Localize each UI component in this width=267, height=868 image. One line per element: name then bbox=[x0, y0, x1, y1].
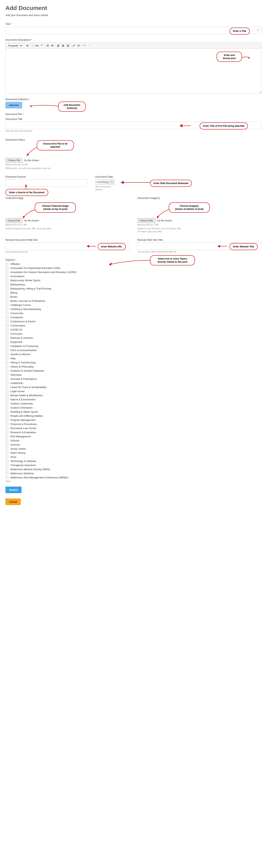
topic-label: Outdoor Orientation bbox=[10, 406, 33, 409]
align-center-icon[interactable] bbox=[61, 43, 65, 48]
topic-checkbox[interactable] bbox=[5, 341, 8, 343]
remote-title-label: Remote Web Site Title bbox=[137, 239, 262, 241]
topic-checkbox[interactable] bbox=[5, 468, 8, 471]
topic-checkbox[interactable] bbox=[5, 308, 8, 311]
topic-checkbox[interactable] bbox=[5, 402, 8, 405]
choose-images-button[interactable]: Choose Files bbox=[137, 218, 156, 223]
align-left-icon[interactable] bbox=[56, 43, 61, 48]
topic-label: Climbing & Mountaineering bbox=[10, 308, 41, 311]
topic-checkbox[interactable] bbox=[5, 398, 8, 401]
link-icon[interactable] bbox=[72, 43, 76, 48]
svg-rect-9 bbox=[52, 45, 53, 45]
topic-checkbox[interactable] bbox=[5, 262, 8, 266]
topic-checkbox[interactable] bbox=[5, 361, 8, 364]
tag-icon bbox=[257, 29, 260, 32]
topic-row: Interviews bbox=[5, 373, 262, 376]
doc-source-input[interactable] bbox=[5, 179, 88, 187]
topic-checkbox[interactable] bbox=[5, 373, 8, 376]
svg-point-3 bbox=[47, 44, 47, 45]
topic-checkbox[interactable] bbox=[5, 345, 8, 347]
topic-checkbox[interactable] bbox=[5, 439, 8, 442]
topic-checkbox[interactable] bbox=[5, 431, 8, 434]
svg-marker-32 bbox=[25, 184, 27, 186]
topic-checkbox[interactable] bbox=[5, 357, 8, 360]
add-new-button[interactable]: Add new bbox=[5, 102, 22, 108]
doc-file-label: Document File * bbox=[5, 113, 262, 116]
topic-label: Conferences & Events bbox=[10, 320, 36, 323]
topic-row: Backpacking bbox=[5, 283, 262, 286]
topic-checkbox[interactable] bbox=[5, 295, 8, 298]
bold-icon[interactable]: B bbox=[25, 43, 30, 48]
topic-checkbox[interactable] bbox=[5, 328, 8, 331]
italic-icon[interactable]: I bbox=[30, 43, 34, 48]
topic-checkbox[interactable] bbox=[5, 275, 8, 278]
topic-row: Associations bbox=[5, 275, 262, 278]
date-input[interactable]: mm/dd/yyyy bbox=[95, 179, 115, 185]
topic-row: Conferences & Events bbox=[5, 320, 262, 323]
redo-icon[interactable] bbox=[87, 43, 91, 48]
topic-checkbox[interactable] bbox=[5, 349, 8, 352]
topic-checkbox[interactable] bbox=[5, 472, 8, 475]
topic-label: Wilderness Risk Management Conference (W… bbox=[10, 476, 69, 479]
topic-checkbox[interactable] bbox=[5, 300, 8, 302]
topic-checkbox[interactable] bbox=[5, 464, 8, 467]
topic-checkbox[interactable] bbox=[5, 435, 8, 438]
topic-label: Challenge Course bbox=[10, 304, 31, 307]
topic-checkbox[interactable] bbox=[5, 418, 8, 422]
topic-checkbox[interactable] bbox=[5, 283, 8, 286]
topic-row: Mental Health & Mindfulness bbox=[5, 394, 262, 397]
topic-checkbox[interactable] bbox=[5, 414, 8, 417]
topic-label: COVID-19 bbox=[10, 328, 22, 331]
topic-checkbox[interactable] bbox=[5, 324, 8, 327]
topic-checkbox[interactable] bbox=[5, 423, 8, 426]
topic-checkbox[interactable] bbox=[5, 456, 8, 459]
topic-checkbox[interactable] bbox=[5, 394, 8, 397]
topic-checkbox[interactable] bbox=[5, 291, 8, 294]
topic-label: Staff Training bbox=[10, 452, 25, 454]
topic-checkbox[interactable] bbox=[5, 476, 8, 479]
undo-icon[interactable] bbox=[82, 43, 87, 48]
choose-file-button[interactable]: Choose File bbox=[5, 158, 22, 163]
unlink-icon[interactable] bbox=[76, 43, 81, 48]
file-max: Maximum file size: 50 MB bbox=[5, 163, 262, 166]
callout-topics: Select one or more Topicsdirectly relate… bbox=[150, 255, 195, 266]
topic-checkbox[interactable] bbox=[5, 279, 8, 282]
topic-checkbox[interactable] bbox=[5, 287, 8, 290]
align-right-icon[interactable] bbox=[66, 43, 70, 48]
topic-row: Store bbox=[5, 456, 262, 459]
topic-checkbox[interactable] bbox=[5, 271, 8, 274]
topic-checkbox[interactable] bbox=[5, 406, 8, 409]
topic-checkbox[interactable] bbox=[5, 447, 8, 450]
topic-checkbox[interactable] bbox=[5, 386, 8, 389]
topic-checkbox[interactable] bbox=[5, 390, 8, 393]
topic-row: Wilderness Risk Management Conference (W… bbox=[5, 476, 262, 479]
topic-checkbox[interactable] bbox=[5, 353, 8, 356]
quote-icon[interactable]: ❝ bbox=[39, 43, 44, 48]
title-input[interactable] bbox=[5, 27, 262, 34]
topic-checkbox[interactable] bbox=[5, 452, 8, 454]
topic-checkbox[interactable] bbox=[5, 336, 8, 339]
topic-checkbox[interactable] bbox=[5, 460, 8, 463]
topic-checkbox[interactable] bbox=[5, 377, 8, 380]
choose-featured-button[interactable]: Choose File bbox=[5, 218, 22, 223]
paragraph-select[interactable]: Paragraph bbox=[6, 43, 23, 48]
bullet-list-icon[interactable] bbox=[45, 43, 50, 48]
topic-checkbox[interactable] bbox=[5, 369, 8, 372]
topic-checkbox[interactable] bbox=[5, 365, 8, 368]
topic-checkbox[interactable] bbox=[5, 381, 8, 384]
topic-checkbox[interactable] bbox=[5, 267, 8, 270]
submit-button[interactable]: Submit bbox=[5, 487, 22, 493]
topic-label: Wilderness Medicine bbox=[10, 472, 34, 475]
number-list-icon[interactable]: 123 bbox=[50, 43, 55, 48]
strikethrough-icon[interactable]: ABC bbox=[35, 43, 39, 48]
topic-checkbox[interactable] bbox=[5, 316, 8, 319]
topic-checkbox[interactable] bbox=[5, 304, 8, 307]
svg-rect-25 bbox=[67, 46, 69, 46]
topic-checkbox[interactable] bbox=[5, 410, 8, 413]
topic-checkbox[interactable] bbox=[5, 427, 8, 430]
topic-checkbox[interactable] bbox=[5, 320, 8, 323]
topic-checkbox[interactable] bbox=[5, 332, 8, 335]
topic-checkbox[interactable] bbox=[5, 443, 8, 446]
cancel-button[interactable]: Cancel bbox=[5, 499, 21, 505]
topic-checkbox[interactable] bbox=[5, 312, 8, 315]
